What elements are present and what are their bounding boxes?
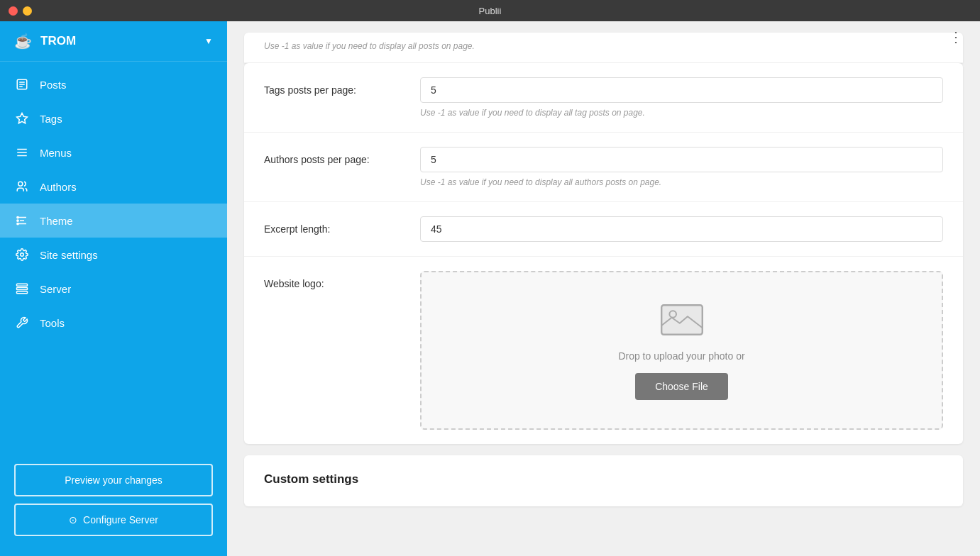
website-logo-label: Website logo: bbox=[264, 271, 420, 289]
logo-icon: ☕ bbox=[14, 33, 32, 50]
custom-section: Custom settings bbox=[244, 455, 963, 506]
server-icon bbox=[14, 281, 30, 296]
choose-file-button[interactable]: Choose File bbox=[635, 373, 728, 400]
sidebar-item-tags-label: Tags bbox=[40, 113, 62, 125]
authors-posts-per-page-input[interactable] bbox=[420, 147, 943, 172]
authors-icon bbox=[14, 179, 30, 194]
authors-posts-per-page-row: Authors posts per page: Use -1 as value … bbox=[244, 133, 963, 202]
form-section: Tags posts per page: Use -1 as value if … bbox=[244, 63, 963, 444]
excerpt-length-input[interactable] bbox=[420, 216, 943, 242]
tags-icon bbox=[14, 111, 30, 126]
svg-marker-4 bbox=[17, 113, 28, 123]
svg-point-15 bbox=[21, 253, 24, 257]
tags-posts-per-page-label: Tags posts per page: bbox=[264, 77, 420, 96]
sidebar-item-authors[interactable]: Authors bbox=[0, 169, 227, 204]
tools-icon bbox=[14, 315, 30, 330]
configure-server-icon: ⊙ bbox=[69, 514, 77, 526]
logo-upload-area[interactable]: Drop to upload your photo or Choose File bbox=[420, 271, 943, 430]
custom-section-title: Custom settings bbox=[264, 472, 943, 486]
website-logo-upload-wrap: Drop to upload your photo or Choose File bbox=[420, 271, 943, 430]
sidebar-item-menus[interactable]: Menus bbox=[0, 135, 227, 169]
site-settings-icon bbox=[14, 247, 30, 262]
tags-posts-per-page-input[interactable] bbox=[420, 77, 943, 103]
svg-rect-17 bbox=[17, 288, 28, 290]
sidebar-item-menus-label: Menus bbox=[40, 147, 72, 159]
top-hint-row: Use -1 as value if you need to display a… bbox=[244, 33, 963, 63]
excerpt-length-row: Excerpt length: bbox=[244, 202, 963, 257]
close-button[interactable] bbox=[9, 6, 18, 16]
window-controls bbox=[9, 6, 32, 16]
sidebar-item-posts[interactable]: Posts bbox=[0, 67, 227, 101]
website-logo-row: Website logo: Drop to upload your photo … bbox=[244, 257, 963, 444]
svg-point-8 bbox=[18, 182, 23, 186]
image-placeholder-icon bbox=[659, 301, 705, 339]
svg-point-13 bbox=[17, 220, 18, 221]
upload-text: Drop to upload your photo or bbox=[618, 350, 744, 362]
posts-icon bbox=[14, 77, 30, 92]
more-options-icon[interactable]: ⋮ bbox=[943, 26, 969, 48]
sidebar-item-posts-label: Posts bbox=[40, 79, 67, 91]
sidebar-footer: Preview your changes ⊙ Configure Server bbox=[0, 455, 227, 545]
sidebar-item-site-settings[interactable]: Site settings bbox=[0, 238, 227, 272]
sidebar-nav: Posts Tags Menus Authors bbox=[0, 62, 227, 455]
svg-rect-18 bbox=[17, 291, 28, 294]
sidebar-item-server-label: Server bbox=[40, 283, 71, 295]
content-header: ⋮ bbox=[943, 28, 969, 45]
content-scroll: Use -1 as value if you need to display a… bbox=[227, 33, 980, 546]
svg-point-12 bbox=[17, 216, 18, 218]
excerpt-length-label: Excerpt length: bbox=[264, 216, 420, 235]
project-name: TROM bbox=[40, 34, 196, 48]
theme-icon bbox=[14, 213, 30, 228]
preview-changes-button[interactable]: Preview your changes bbox=[14, 464, 213, 496]
sidebar-item-server[interactable]: Server bbox=[0, 272, 227, 306]
sidebar-item-tools[interactable]: Tools bbox=[0, 306, 227, 340]
sidebar-item-tools-label: Tools bbox=[40, 317, 65, 329]
app-body: ☕ TROM ▼ Posts Tags Menus bbox=[0, 21, 980, 556]
sidebar-item-site-settings-label: Site settings bbox=[40, 249, 98, 261]
chevron-down-icon[interactable]: ▼ bbox=[204, 36, 213, 46]
svg-rect-16 bbox=[17, 284, 28, 286]
authors-posts-per-page-hint: Use -1 as value if you need to display a… bbox=[420, 177, 943, 187]
svg-point-14 bbox=[17, 223, 18, 224]
sidebar-item-theme[interactable]: Theme bbox=[0, 204, 227, 238]
excerpt-length-input-wrap bbox=[420, 216, 943, 242]
minimize-button[interactable] bbox=[23, 6, 32, 16]
sidebar: ☕ TROM ▼ Posts Tags Menus bbox=[0, 21, 227, 556]
sidebar-item-theme-label: Theme bbox=[40, 215, 73, 227]
tags-posts-per-page-hint: Use -1 as value if you need to display a… bbox=[420, 108, 943, 118]
sidebar-item-authors-label: Authors bbox=[40, 181, 77, 193]
authors-posts-per-page-input-wrap: Use -1 as value if you need to display a… bbox=[420, 147, 943, 187]
tags-posts-per-page-row: Tags posts per page: Use -1 as value if … bbox=[244, 63, 963, 133]
authors-posts-per-page-label: Authors posts per page: bbox=[264, 147, 420, 165]
sidebar-header: ☕ TROM ▼ bbox=[0, 21, 227, 62]
configure-server-button[interactable]: ⊙ Configure Server bbox=[14, 504, 213, 536]
sidebar-item-tags[interactable]: Tags bbox=[0, 101, 227, 135]
menus-icon bbox=[14, 145, 30, 160]
tags-posts-per-page-input-wrap: Use -1 as value if you need to display a… bbox=[420, 77, 943, 118]
top-hint-text: Use -1 as value if you need to display a… bbox=[264, 41, 943, 51]
upload-icon-wrap bbox=[659, 301, 705, 339]
main-content: ⋮ Use -1 as value if you need to display… bbox=[227, 21, 980, 556]
app-title: Publii bbox=[479, 6, 502, 16]
titlebar: Publii bbox=[0, 0, 980, 21]
svg-rect-19 bbox=[661, 305, 703, 335]
